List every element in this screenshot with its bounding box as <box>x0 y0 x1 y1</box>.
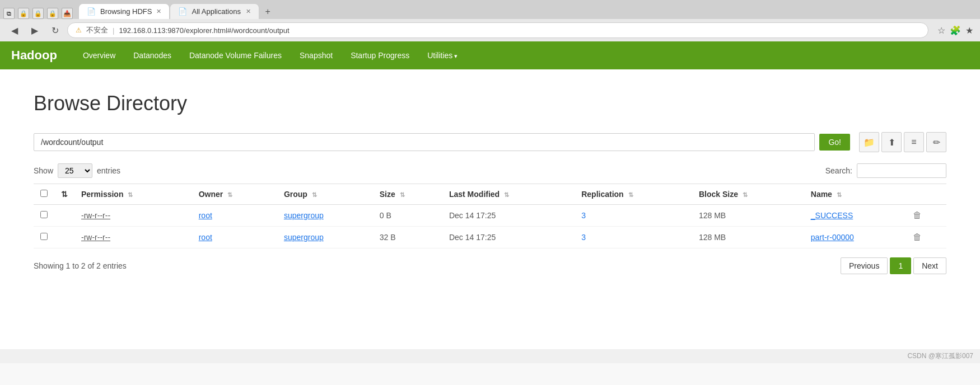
nav-items: Overview Datanodes Datanode Volume Failu… <box>74 43 467 68</box>
row-1-permission: -rw-r--r-- <box>74 205 192 227</box>
folder-icon-btn[interactable]: 📁 <box>859 132 879 152</box>
row-2-size: 32 B <box>373 227 442 248</box>
row-2-group[interactable]: supergroup <box>277 227 373 248</box>
address-input[interactable]: ⚠ 不安全 | 192.168.0.113:9870/explorer.html… <box>67 22 928 38</box>
new-tab-button[interactable]: + <box>259 4 276 19</box>
window-icon-2[interactable]: 🔒 <box>18 8 29 19</box>
header-permission-label: Permission <box>81 190 123 199</box>
previous-button[interactable]: Previous <box>841 257 888 274</box>
nav-item-overview[interactable]: Overview <box>74 43 124 68</box>
bookmark-icon[interactable]: ☆ <box>937 25 945 36</box>
sort-icon-last-modified: ⇅ <box>504 191 509 198</box>
row-2-reorder-cell <box>54 227 74 248</box>
address-url: 192.168.0.113:9870/explorer.html#/wordco… <box>119 26 289 35</box>
tab-label: Browsing HDFS <box>100 7 152 16</box>
window-icon-4[interactable]: 🔒 <box>47 8 58 19</box>
row-2-permission-value: -rw-r--r-- <box>81 233 110 242</box>
nav-item-utilities[interactable]: Utilities <box>418 43 466 68</box>
favorites-icon[interactable]: ★ <box>965 25 973 36</box>
forward-button[interactable]: ▶ <box>27 22 43 38</box>
showing-text: Showing 1 to 2 of 2 entries <box>34 261 127 270</box>
row-1-owner[interactable]: root <box>192 205 277 227</box>
edit-icon-btn[interactable]: ✏ <box>926 132 946 152</box>
header-name[interactable]: Name ⇅ <box>804 184 906 205</box>
row-2-name[interactable]: part-r-00000 <box>804 227 906 248</box>
list-icon-btn[interactable]: ≡ <box>904 132 924 152</box>
show-entries: Show 10 25 50 100 entries <box>34 163 120 178</box>
header-owner-label: Owner <box>199 190 223 199</box>
search-input[interactable] <box>857 163 946 178</box>
sort-icon-replication: ⇅ <box>628 191 633 198</box>
row-2-last-modified: Dec 14 17:25 <box>442 227 575 248</box>
header-block-size[interactable]: Block Size ⇅ <box>692 184 804 205</box>
entries-label: entries <box>97 166 120 175</box>
sort-icon-group: ⇅ <box>312 191 317 198</box>
show-label: Show <box>34 166 53 175</box>
list-icon: ≡ <box>911 137 916 147</box>
header-last-modified[interactable]: Last Modified ⇅ <box>442 184 575 205</box>
window-icon-1[interactable]: ⧉ <box>3 8 15 19</box>
tab-all-applications[interactable]: 📄 All Applications ✕ <box>170 3 259 19</box>
pagination-row: Showing 1 to 2 of 2 entries Previous 1 N… <box>34 257 946 274</box>
nav-item-datanodes[interactable]: Datanodes <box>124 43 180 68</box>
window-icon-5[interactable]: 📥 <box>62 8 73 19</box>
row-2-delete-cell: 🗑 <box>906 227 946 248</box>
extensions-icon[interactable]: 🧩 <box>950 25 961 36</box>
header-checkbox-col <box>34 184 54 205</box>
tab-browsing-hdfs[interactable]: 📄 Browsing HDFS ✕ <box>78 3 170 19</box>
header-replication[interactable]: Replication ⇅ <box>575 184 692 205</box>
row-1-checkbox-cell <box>34 205 54 227</box>
go-button[interactable]: Go! <box>819 134 850 151</box>
path-bar: Go! 📁 ⬆ ≡ ✏ <box>34 132 946 152</box>
row-2-permission: -rw-r--r-- <box>74 227 192 248</box>
row-1-delete-button[interactable]: 🗑 <box>913 210 922 220</box>
tab-close-all-applications[interactable]: ✕ <box>246 8 251 15</box>
path-input[interactable] <box>34 133 815 151</box>
header-reorder-col[interactable]: ⇅ <box>54 184 74 205</box>
row-2-delete-button[interactable]: 🗑 <box>913 232 922 242</box>
header-group-label: Group <box>284 190 307 199</box>
row-2-owner[interactable]: root <box>192 227 277 248</box>
address-icons: ☆ 🧩 ★ <box>937 25 973 36</box>
row-2-checkbox[interactable] <box>40 233 48 240</box>
nav-item-startup-progress[interactable]: Startup Progress <box>342 43 418 68</box>
next-button[interactable]: Next <box>913 257 946 274</box>
entries-select[interactable]: 10 25 50 100 <box>58 163 92 178</box>
select-all-checkbox[interactable] <box>40 190 48 197</box>
upload-icon-btn[interactable]: ⬆ <box>881 132 902 152</box>
sort-icon-size: ⇅ <box>400 191 405 198</box>
main-content: Browse Directory Go! 📁 ⬆ ≡ ✏ Show 10 25 <box>0 69 980 349</box>
table-row: -rw-r--r-- root supergroup 32 B Dec 14 1… <box>34 227 946 248</box>
row-1-reorder-cell <box>54 205 74 227</box>
tab-close-browsing-hdfs[interactable]: ✕ <box>156 8 161 15</box>
upload-icon: ⬆ <box>888 137 895 148</box>
edit-icon: ✏ <box>933 137 940 148</box>
nav-item-datanode-volume-failures[interactable]: Datanode Volume Failures <box>180 43 291 68</box>
sort-icon-permission: ⇅ <box>128 191 133 198</box>
window-icon-3[interactable]: 🔒 <box>32 8 44 19</box>
data-table: ⇅ Permission ⇅ Owner ⇅ Group ⇅ Size ⇅ <box>34 184 946 248</box>
reload-button[interactable]: ↻ <box>47 22 63 38</box>
header-size[interactable]: Size ⇅ <box>373 184 442 205</box>
back-button[interactable]: ◀ <box>7 22 22 38</box>
row-1-checkbox[interactable] <box>40 211 48 218</box>
row-1-replication[interactable]: 3 <box>575 205 692 227</box>
security-label: 不安全 <box>86 25 108 35</box>
row-1-delete-cell: 🗑 <box>906 205 946 227</box>
tab-favicon: 📄 <box>87 7 96 16</box>
header-size-label: Size <box>380 190 395 199</box>
watermark: CSDN @寒江孤影007 <box>0 349 980 363</box>
header-permission[interactable]: Permission ⇅ <box>74 184 192 205</box>
search-control: Search: <box>825 163 946 178</box>
nav-item-snapshot[interactable]: Snapshot <box>291 43 342 68</box>
row-1-size: 0 B <box>373 205 442 227</box>
row-1-block-size: 128 MB <box>692 205 804 227</box>
header-owner[interactable]: Owner ⇅ <box>192 184 277 205</box>
header-group[interactable]: Group ⇅ <box>277 184 373 205</box>
row-1-group[interactable]: supergroup <box>277 205 373 227</box>
row-2-replication[interactable]: 3 <box>575 227 692 248</box>
sort-icon-block-size: ⇅ <box>743 191 748 198</box>
header-last-modified-label: Last Modified <box>449 190 500 199</box>
row-1-name[interactable]: _SUCCESS <box>804 205 906 227</box>
address-separator: | <box>113 26 114 35</box>
